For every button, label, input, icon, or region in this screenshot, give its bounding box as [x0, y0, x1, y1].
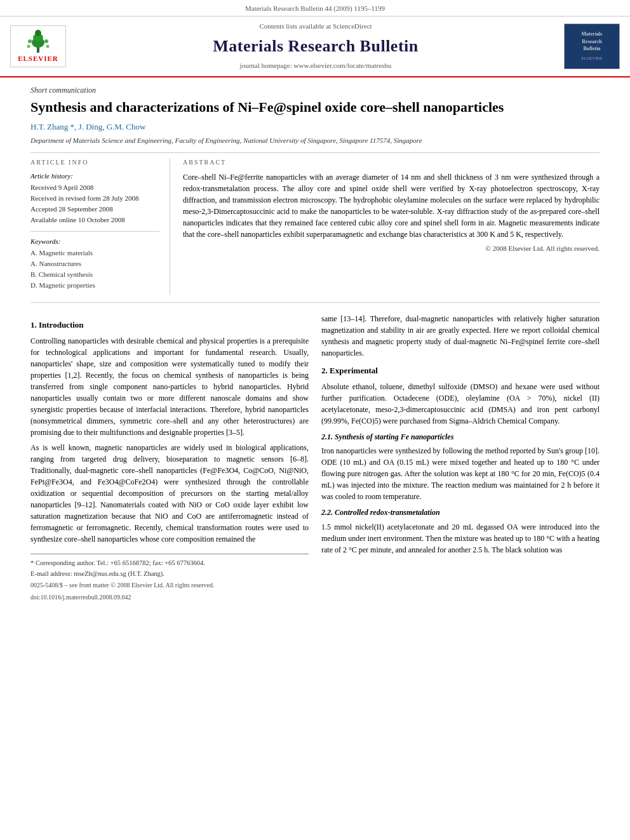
synthesis-fe-heading: 2.1. Synthesis of starting Fe nanopartic…: [321, 432, 600, 443]
intro-para-2: As is well known, magnetic nanoparticles…: [30, 442, 309, 545]
accepted-date: Accepted 28 September 2008: [30, 204, 159, 215]
svg-point-4: [28, 39, 32, 43]
abstract-paragraph: Core–shell Ni–Fe@ferrite nanoparticles w…: [183, 171, 600, 240]
journal-logo-box-right: MaterialsResearchBulletin ELSEVIER: [564, 23, 620, 69]
received-date: Received 9 April 2008: [30, 183, 159, 193]
article-body: Short communication Synthesis and charac…: [0, 77, 630, 615]
intro-right-para: same [13–14]. Therefore, dual-magnetic n…: [321, 313, 600, 359]
elsevier-logo: ELSEVIER: [10, 25, 67, 67]
page-wrapper: Materials Research Bulletin 44 (2009) 11…: [0, 0, 630, 615]
article-info-col: ARTICLE INFO Article history: Received 9…: [30, 158, 170, 295]
synthesis-fe-text: Iron nanoparticles were synthesized by f…: [321, 445, 600, 502]
journal-center: Contents lists available at ScienceDirec…: [74, 22, 558, 71]
keyword-2: A. Nanostructures: [30, 259, 159, 269]
divider-keywords: [30, 231, 159, 232]
article-history-heading: Article history:: [30, 171, 159, 182]
authors: H.T. Zhang *, J. Ding, G.M. Chow: [30, 121, 600, 133]
journal-top-bar: Materials Research Bulletin 44 (2009) 11…: [0, 0, 630, 17]
main-content: 1. Introduction Controlling nanoparticle…: [30, 313, 600, 602]
main-col-left: 1. Introduction Controlling nanoparticle…: [30, 313, 309, 602]
intro-para-1: Controlling nanoparticles with desirable…: [30, 335, 309, 438]
svg-point-7: [46, 44, 50, 48]
issn-line: 0025-5408/$ – see front matter © 2008 El…: [30, 581, 309, 590]
keyword-3: B. Chemical synthesis: [30, 270, 159, 280]
citation-text: Materials Research Bulletin 44 (2009) 11…: [245, 4, 385, 12]
available-online-date: Available online 10 October 2008: [30, 215, 159, 225]
footnote-corresponding: * Corresponding author. Tel.: +65 651687…: [30, 558, 309, 568]
keywords-heading: Keywords:: [30, 237, 159, 247]
doi-line: doi:10.1016/j.materresbull.2008.09.042: [30, 593, 309, 603]
experimental-text: Absolute ethanol, toluene, dimethyl sulf…: [321, 381, 600, 427]
article-history-block: Article history: Received 9 April 2008 R…: [30, 171, 159, 225]
revised-date: Received in revised form 28 July 2008: [30, 194, 159, 204]
elsevier-brand-text: ELSEVIER: [18, 54, 58, 64]
journal-title: Materials Research Bulletin: [74, 34, 558, 58]
article-info-abstract-section: ARTICLE INFO Article history: Received 9…: [30, 158, 600, 295]
abstract-text: Core–shell Ni–Fe@ferrite nanoparticles w…: [183, 171, 600, 240]
keyword-1: A. Magnetic materials: [30, 248, 159, 258]
journal-header: ELSEVIER Contents lists available at Sci…: [0, 17, 630, 77]
intro-heading: 1. Introduction: [30, 319, 309, 331]
abstract-col: ABSTRACT Core–shell Ni–Fe@ferrite nanopa…: [183, 158, 600, 295]
experimental-heading: 2. Experimental: [321, 365, 600, 377]
svg-point-5: [44, 39, 48, 43]
main-col-right: same [13–14]. Therefore, dual-magnetic n…: [321, 313, 600, 602]
redox-text: 1.5 mmol nickel(II) acetylacetonate and …: [321, 521, 600, 556]
sciencedirect-line: Contents lists available at ScienceDirec…: [74, 22, 558, 32]
sciencedirect-text: Contents lists available at ScienceDirec…: [259, 22, 372, 30]
elsevier-logo-img: ELSEVIER: [13, 29, 63, 64]
affiliation: Department of Materials Science and Engi…: [30, 136, 600, 146]
divider-1: [30, 152, 600, 153]
article-title: Synthesis and characterizations of Ni–Fe…: [30, 98, 600, 117]
article-info-section-label: ARTICLE INFO: [30, 158, 159, 168]
elsevier-tree-icon: [22, 29, 54, 53]
svg-point-3: [35, 30, 41, 36]
footnote-email: E-mail address: mseZh@nus.edu.sg (H.T. Z…: [30, 569, 309, 578]
redox-heading: 2.2. Controlled redox-transmetalation: [321, 507, 600, 518]
elsevier-logo-box: ELSEVIER: [10, 25, 66, 67]
article-type-label: Short communication: [30, 85, 600, 96]
divider-2: [30, 302, 600, 303]
copyright-line: © 2008 Elsevier Ltd. All rights reserved…: [183, 244, 600, 254]
journal-homepage: journal homepage: www.elsevier.com/locat…: [74, 61, 558, 71]
abstract-section-label: ABSTRACT: [183, 158, 600, 168]
keywords-block: Keywords: A. Magnetic materials A. Nanos…: [30, 237, 159, 291]
journal-logo-right: MaterialsResearchBulletin ELSEVIER: [564, 23, 620, 69]
keyword-4: D. Magnetic properties: [30, 281, 159, 291]
logo-right-title: MaterialsResearchBulletin: [582, 30, 603, 53]
logo-right-extra: ELSEVIER: [581, 55, 602, 62]
svg-point-6: [27, 44, 30, 48]
footnote-section: * Corresponding author. Tel.: +65 651687…: [30, 554, 309, 602]
